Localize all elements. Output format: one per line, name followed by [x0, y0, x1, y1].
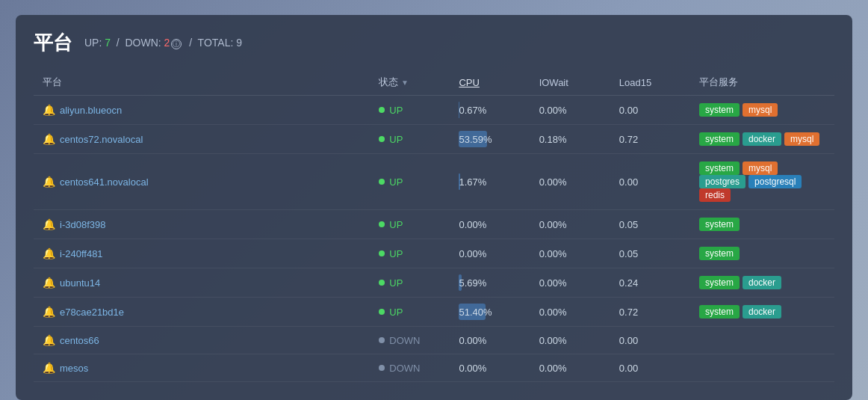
total-count: 9: [236, 37, 242, 49]
iowait-cell: 0.00%: [530, 210, 610, 239]
status-cell: DOWN: [370, 327, 450, 354]
platform-name-cell[interactable]: 🔔mesos: [34, 354, 370, 382]
platform-name-cell[interactable]: 🔔centos72.novalocal: [34, 125, 370, 154]
table-row: 🔔centos72.novalocal UP 53.59% 0.18% 0.72…: [34, 125, 834, 154]
bell-icon: 🔔: [43, 362, 55, 374]
platform-name-cell[interactable]: 🔔i-3d08f398: [34, 210, 370, 239]
status-dot: [379, 107, 385, 113]
cpu-cell: 0.00%: [450, 327, 530, 354]
load15-cell: 0.00: [610, 354, 690, 382]
load15-cell: 0.00: [610, 327, 690, 354]
platform-name-cell[interactable]: 🔔centos641.novalocal: [34, 154, 370, 210]
cpu-value: 0.67%: [459, 105, 486, 116]
table-row: 🔔i-240ff481 UP 0.00% 0.00% 0.05 system: [34, 239, 834, 268]
table-row: 🔔centos66 DOWN 0.00% 0.00% 0.00: [34, 327, 834, 354]
load15-cell: 0.72: [610, 125, 690, 154]
cpu-value: 53.59%: [459, 134, 492, 145]
status-dot: [379, 250, 385, 256]
table-row: 🔔centos641.novalocal UP 1.67% 0.00% 0.00…: [34, 154, 834, 210]
col-header-status[interactable]: 状态: [370, 70, 450, 96]
service-tag[interactable]: system: [699, 218, 740, 231]
service-tag[interactable]: system: [699, 247, 740, 260]
cpu-value: 5.69%: [459, 277, 486, 289]
cpu-value: 1.67%: [459, 176, 486, 188]
services-cell: system: [690, 239, 834, 268]
status-dot: [379, 280, 385, 286]
bell-icon: 🔔: [43, 306, 55, 318]
status-dot: [379, 337, 385, 343]
status-dot: [379, 309, 385, 315]
service-tag[interactable]: mysql: [743, 103, 778, 117]
table-row: 🔔mesos DOWN 0.00% 0.00% 0.00: [34, 354, 834, 382]
platform-name-cell[interactable]: 🔔e78cae21bd1e: [34, 298, 370, 327]
page-header: 平台 UP: 7 / DOWN: 2ⓘ / TOTAL: 9: [34, 30, 834, 56]
service-tag[interactable]: postgresql: [748, 175, 802, 188]
status-dot: [379, 136, 385, 142]
main-container: 平台 UP: 7 / DOWN: 2ⓘ / TOTAL: 9 平台 状态 CPU…: [16, 15, 852, 400]
service-tag[interactable]: postgres: [699, 175, 745, 188]
bell-icon: 🔔: [43, 133, 55, 145]
down-count: 2: [164, 37, 170, 49]
cpu-cell: 5.69%: [450, 268, 530, 298]
status-text: UP: [389, 105, 403, 116]
status-cell: UP: [370, 268, 450, 298]
status-text: UP: [389, 219, 403, 230]
cpu-cell: 1.67%: [450, 154, 530, 210]
services-cell: systemdocker: [690, 268, 834, 298]
service-tag[interactable]: docker: [743, 276, 781, 289]
services-cell: [690, 354, 834, 382]
service-tag[interactable]: mysql: [743, 161, 778, 175]
platform-name-cell[interactable]: 🔔centos66: [34, 327, 370, 354]
status-cell: UP: [370, 125, 450, 154]
status-cell: UP: [370, 154, 450, 210]
service-tag[interactable]: redis: [699, 188, 731, 202]
service-tag[interactable]: system: [699, 132, 740, 146]
service-tag[interactable]: docker: [743, 305, 781, 319]
platform-table: 平台 状态 CPU IOWait Load15 平台服务 🔔aliyun.blu…: [34, 70, 834, 382]
load15-cell: 0.05: [610, 210, 690, 239]
status-text: DOWN: [389, 363, 420, 374]
cpu-cell: 0.00%: [450, 239, 530, 268]
iowait-cell: 0.00%: [530, 298, 610, 327]
platform-name-cell[interactable]: 🔔ubuntu14: [34, 268, 370, 298]
cpu-cell: 51.40%: [450, 298, 530, 327]
info-icon[interactable]: ⓘ: [171, 39, 182, 49]
bell-icon: 🔔: [43, 277, 55, 289]
cpu-value: 0.00%: [459, 248, 486, 259]
status-text: DOWN: [389, 335, 420, 346]
table-row: 🔔ubuntu14 UP 5.69% 0.00% 0.24 systemdock…: [34, 268, 834, 298]
service-tag[interactable]: mysql: [784, 132, 819, 146]
status-text: UP: [389, 134, 403, 145]
cpu-cell: 0.67%: [450, 96, 530, 125]
platform-name-cell[interactable]: 🔔aliyun.blueocn: [34, 96, 370, 125]
services-cell: systemdocker: [690, 298, 834, 327]
platform-name-cell[interactable]: 🔔i-240ff481: [34, 239, 370, 268]
bell-icon: 🔔: [43, 104, 55, 116]
iowait-cell: 0.00%: [530, 268, 610, 298]
status-cell: UP: [370, 239, 450, 268]
iowait-cell: 0.00%: [530, 239, 610, 268]
col-header-cpu[interactable]: CPU: [450, 70, 530, 96]
service-tag[interactable]: system: [699, 305, 740, 319]
bell-icon: 🔔: [43, 218, 55, 230]
status-cell: UP: [370, 210, 450, 239]
service-tag[interactable]: docker: [743, 132, 781, 146]
page-title: 平台: [34, 30, 72, 56]
load15-cell: 0.05: [610, 239, 690, 268]
bell-icon: 🔔: [43, 176, 55, 188]
status-text: UP: [389, 248, 403, 259]
status-text: UP: [389, 277, 403, 289]
service-tag[interactable]: system: [699, 276, 740, 289]
status-text: UP: [389, 307, 403, 318]
up-count: 7: [105, 37, 111, 49]
col-header-iowait: IOWait: [530, 70, 610, 96]
load15-cell: 0.00: [610, 154, 690, 210]
load15-cell: 0.00: [610, 96, 690, 125]
load15-cell: 0.72: [610, 298, 690, 327]
header-stats: UP: 7 / DOWN: 2ⓘ / TOTAL: 9: [84, 37, 242, 49]
service-tag[interactable]: system: [699, 103, 740, 117]
cpu-cell: 0.00%: [450, 210, 530, 239]
service-tag[interactable]: system: [699, 161, 740, 175]
col-header-services: 平台服务: [690, 70, 834, 96]
status-dot: [379, 221, 385, 227]
